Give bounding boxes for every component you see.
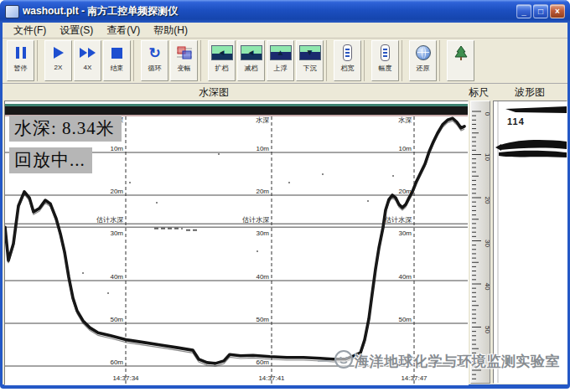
vertical-slider-icon xyxy=(343,44,352,62)
range-windows-icon xyxy=(176,44,193,62)
svg-text:估计水深: 估计水深 xyxy=(96,216,123,224)
tree-icon xyxy=(454,44,468,62)
svg-text:估计水深: 估计水深 xyxy=(241,216,269,224)
toolbar-separator xyxy=(326,40,331,81)
menu-settings[interactable]: 设置(S) xyxy=(54,23,99,39)
app-icon xyxy=(5,5,19,18)
toolbar-separator xyxy=(200,40,205,81)
image-arrow-down-icon: ▼ xyxy=(299,44,321,62)
toolbar-button-restore[interactable]: 还原 xyxy=(409,40,437,81)
menu-view[interactable]: 查看(V) xyxy=(101,23,146,39)
vertical-slider-icon xyxy=(381,44,390,62)
depth-ruler[interactable]: 01020304050 xyxy=(470,101,490,384)
svg-text:估计水深: 估计水深 xyxy=(384,216,412,224)
toolbar-button-loop[interactable]: ↻ 循环 xyxy=(141,40,168,81)
content-area: 水深10m20m估计水深30m40m50m60m14:37:34水深10m20m… xyxy=(3,101,567,384)
depth-readout: 水深: 8.34米 xyxy=(9,116,122,142)
svg-text:14:37:34: 14:37:34 xyxy=(112,374,139,382)
svg-text:10m: 10m xyxy=(110,145,123,152)
svg-text:14:37:41: 14:37:41 xyxy=(258,374,285,382)
fast-forward-icon xyxy=(80,44,96,62)
svg-text:10: 10 xyxy=(484,153,490,161)
pause-icon xyxy=(14,44,28,62)
window-title: washout.plt - 南方工控单频探测仪 xyxy=(23,4,516,18)
loop-icon: ↻ xyxy=(148,44,160,62)
svg-text:30: 30 xyxy=(484,240,490,247)
title-bar[interactable]: washout.plt - 南方工控单频探测仪 _ □ × xyxy=(0,0,570,23)
svg-text:20m: 20m xyxy=(256,188,269,195)
svg-text:10m: 10m xyxy=(398,145,412,152)
waveform-header: 波形图 xyxy=(492,85,567,100)
svg-text:0: 0 xyxy=(484,112,490,116)
toolbar-button-reduce[interactable]: ◄ 减档 xyxy=(237,40,265,81)
toolbar-button-sink-down[interactable]: ▼ 下沉 xyxy=(296,40,324,81)
svg-text:20m: 20m xyxy=(110,188,123,195)
playback-status: 回放中... xyxy=(9,147,92,173)
waveform-panel[interactable]: 114 xyxy=(493,101,567,384)
image-arrow-left-icon: ◄ xyxy=(211,44,233,62)
toolbar-button-float-up[interactable]: ▲ 上浮 xyxy=(267,40,294,81)
maximize-button[interactable]: □ xyxy=(533,4,548,18)
toolbar-button-pause[interactable]: 暂停 xyxy=(7,40,34,81)
svg-text:30m: 30m xyxy=(398,230,412,237)
close-button[interactable]: × xyxy=(550,4,565,18)
ruler-ticks: 01020304050 xyxy=(471,101,490,383)
globe-icon xyxy=(416,44,431,62)
svg-text:20: 20 xyxy=(484,197,490,204)
toolbar-button-2x[interactable]: 2X xyxy=(44,40,72,81)
panel-headers: 水深图 标尺 波形图 xyxy=(3,84,567,101)
toolbar-button-range[interactable]: 变幅 xyxy=(170,40,198,81)
toolbar-separator xyxy=(37,40,42,81)
depth-chart-panel[interactable]: 水深10m20m估计水深30m40m50m60m14:37:34水深10m20m… xyxy=(4,101,469,385)
svg-text:40m: 40m xyxy=(110,273,123,281)
minimize-button[interactable]: _ xyxy=(516,4,531,18)
toolbar-button-expand[interactable]: ◄ 扩档 xyxy=(208,40,236,81)
toolbar-separator xyxy=(402,40,407,81)
menu-help[interactable]: 帮助(H) xyxy=(148,23,194,39)
waveform-value: 114 xyxy=(507,116,525,126)
menu-file[interactable]: 文件(F) xyxy=(8,23,52,39)
svg-text:10m: 10m xyxy=(256,145,269,152)
menu-bar: 文件(F) 设置(S) 查看(V) 帮助(H) xyxy=(3,23,567,39)
toolbar-button-stop[interactable]: 结束 xyxy=(103,40,131,81)
toolbar-separator xyxy=(439,40,444,81)
svg-text:水深: 水深 xyxy=(398,116,412,124)
svg-text:50m: 50m xyxy=(256,316,269,323)
svg-text:60m: 60m xyxy=(110,358,123,366)
image-arrow-left-icon: ◄ xyxy=(241,44,262,62)
svg-text:40m: 40m xyxy=(398,273,412,281)
svg-text:30m: 30m xyxy=(110,230,123,237)
toolbar: 暂停 2X 4X 结束 ↻ 循环 变幅 ◄ 扩档 xyxy=(3,39,567,84)
play-icon xyxy=(54,44,64,62)
app-window: washout.plt - 南方工控单频探测仪 _ □ × 文件(F) 设置(S… xyxy=(0,0,570,389)
toolbar-button-4x[interactable]: 4X xyxy=(74,40,101,81)
toolbar-separator xyxy=(364,40,369,81)
image-arrow-up-icon: ▲ xyxy=(270,44,292,62)
toolbar-button-tree[interactable] xyxy=(447,40,474,81)
toolbar-button-amplitude[interactable]: 幅度 xyxy=(371,40,399,81)
svg-text:30m: 30m xyxy=(256,230,269,237)
svg-text:水深: 水深 xyxy=(256,116,269,124)
svg-text:60m: 60m xyxy=(398,358,412,366)
ruler-header: 标尺 xyxy=(465,85,492,100)
svg-text:40m: 40m xyxy=(256,273,269,281)
svg-text:50m: 50m xyxy=(398,316,412,323)
svg-text:40: 40 xyxy=(484,283,490,291)
toolbar-separator xyxy=(133,40,138,81)
toolbar-button-gate-width[interactable]: 档宽 xyxy=(334,40,361,81)
depth-profile-plot: 水深10m20m估计水深30m40m50m60m14:37:34水深10m20m… xyxy=(5,101,468,384)
waveform-trace xyxy=(494,101,567,383)
stop-icon xyxy=(111,44,122,62)
svg-text:50m: 50m xyxy=(110,316,123,323)
depth-chart-header: 水深图 xyxy=(4,85,423,100)
svg-text:50: 50 xyxy=(484,326,490,333)
svg-text:14:37:47: 14:37:47 xyxy=(401,374,428,382)
